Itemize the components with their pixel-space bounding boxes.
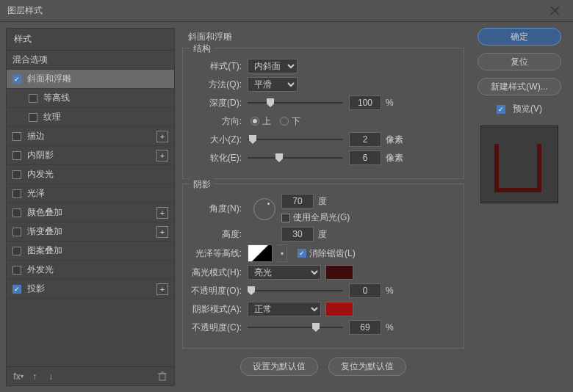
shadow-opacity-slider[interactable] — [248, 321, 343, 334]
structure-group: 结构 样式(T): 内斜面 方法(Q): 平滑 深度(D): % 方向: 上 下 — [182, 48, 464, 179]
arrow-down-icon[interactable]: ↓ — [45, 371, 57, 382]
reset-default-button[interactable]: 复位为默认值 — [328, 357, 406, 376]
style-label: 描边 — [27, 130, 156, 142]
altitude-input[interactable] — [281, 227, 314, 242]
size-slider[interactable] — [248, 133, 343, 146]
styles-footer: fx▾ ↑ ↓ — [7, 366, 174, 385]
direction-up-radio[interactable] — [251, 117, 259, 126]
style-row[interactable]: 外发光 — [7, 261, 174, 280]
shadow-mode-select[interactable]: 正常 — [248, 302, 321, 316]
style-checkbox[interactable] — [12, 170, 21, 179]
blend-options-row[interactable]: 混合选项 — [7, 51, 174, 70]
window-title: 图层样式 — [7, 4, 544, 17]
size-input[interactable] — [349, 132, 381, 147]
style-row[interactable]: 纹理 — [7, 108, 174, 127]
style-row[interactable]: 斜面和浮雕 — [7, 70, 174, 89]
highlight-color-swatch[interactable] — [325, 265, 353, 280]
style-checkbox[interactable] — [12, 208, 21, 217]
add-effect-icon[interactable]: + — [156, 226, 168, 238]
style-row[interactable]: 图案叠加 — [7, 242, 174, 261]
style-label: 纹理 — [43, 111, 168, 123]
style-checkbox[interactable] — [12, 266, 21, 275]
style-row[interactable]: 光泽 — [7, 184, 174, 203]
highlight-opacity-input[interactable] — [349, 283, 381, 298]
style-label: 外发光 — [27, 264, 168, 276]
gloss-contour-label: 光泽等高线: — [189, 247, 248, 260]
angle-input[interactable] — [281, 194, 314, 208]
style-row[interactable]: 等高线 — [7, 89, 174, 108]
preview-label: 预览(V) — [513, 103, 542, 115]
highlight-mode-label: 高光模式(H): — [189, 266, 248, 279]
highlight-mode-select[interactable]: 亮光 — [248, 265, 321, 280]
trash-icon[interactable] — [156, 371, 168, 382]
style-label: 渐变叠加 — [27, 225, 156, 238]
style-label: 投影 — [27, 283, 156, 295]
add-effect-icon[interactable]: + — [156, 207, 168, 219]
fx-icon[interactable]: fx▾ — [12, 371, 24, 382]
altitude-label: 高度: — [189, 228, 248, 241]
style-row[interactable]: 内阴影+ — [7, 146, 174, 165]
arrow-up-icon[interactable]: ↑ — [29, 371, 40, 382]
style-checkbox[interactable] — [12, 151, 21, 160]
direction-down-radio[interactable] — [280, 117, 289, 126]
new-style-button[interactable]: 新建样式(W)... — [478, 78, 561, 95]
style-checkbox[interactable] — [29, 94, 37, 103]
depth-input[interactable] — [349, 95, 381, 110]
style-select[interactable]: 内斜面 — [248, 59, 298, 73]
style-checkbox[interactable] — [29, 113, 37, 122]
close-icon — [551, 7, 559, 15]
depth-slider[interactable] — [248, 96, 343, 109]
ok-button[interactable]: 确定 — [478, 28, 561, 46]
style-row[interactable]: 投影+ — [7, 280, 174, 299]
style-row[interactable]: 颜色叠加+ — [7, 203, 174, 222]
shading-legend: 阴影 — [190, 178, 214, 191]
style-label: 光泽 — [27, 187, 168, 200]
style-row[interactable]: 渐变叠加+ — [7, 222, 174, 242]
make-default-button[interactable]: 设置为默认值 — [240, 357, 318, 376]
gloss-contour-swatch[interactable] — [248, 244, 273, 262]
add-effect-icon[interactable]: + — [156, 150, 168, 161]
highlight-opacity-label: 不透明度(O): — [189, 285, 248, 297]
add-effect-icon[interactable]: + — [156, 283, 168, 295]
highlight-opacity-slider[interactable] — [248, 284, 343, 297]
shadow-opacity-label: 不透明度(C): — [189, 322, 248, 334]
main: 样式 混合选项 斜面和浮雕等高线纹理描边+内阴影+内发光光泽颜色叠加+渐变叠加+… — [0, 22, 573, 392]
cancel-button[interactable]: 复位 — [478, 53, 561, 70]
right-panel: 确定 复位 新建样式(W)... 预览(V) — [472, 28, 567, 386]
soften-slider[interactable] — [248, 151, 343, 164]
style-checkbox[interactable] — [12, 75, 21, 84]
svg-rect-2 — [159, 374, 165, 380]
styles-list: 斜面和浮雕等高线纹理描边+内阴影+内发光光泽颜色叠加+渐变叠加+图案叠加外发光投… — [7, 70, 174, 366]
style-checkbox[interactable] — [12, 247, 21, 255]
style-label: 等高线 — [43, 92, 168, 104]
shading-group: 阴影 角度(N): 度 使用全局光(G) 高度: — [182, 184, 464, 349]
shadow-opacity-input[interactable] — [349, 320, 381, 335]
shadow-color-swatch[interactable] — [325, 302, 353, 316]
global-light-checkbox[interactable] — [281, 214, 290, 222]
close-button[interactable] — [544, 0, 566, 22]
style-checkbox[interactable] — [12, 285, 21, 294]
titlebar: 图层样式 — [0, 0, 573, 22]
style-label: 斜面和浮雕 — [27, 73, 168, 85]
settings-panel: 斜面和浮雕 结构 样式(T): 内斜面 方法(Q): 平滑 深度(D): % 方… — [175, 28, 472, 386]
style-label: 样式(T): — [189, 60, 248, 73]
soften-input[interactable] — [349, 150, 381, 165]
style-row[interactable]: 内发光 — [7, 165, 174, 184]
angle-dial[interactable] — [253, 198, 275, 220]
preview-thumbnail — [480, 126, 558, 203]
style-row[interactable]: 描边+ — [7, 127, 174, 146]
add-effect-icon[interactable]: + — [156, 131, 168, 142]
technique-select[interactable]: 平滑 — [248, 77, 298, 92]
depth-label: 深度(D): — [189, 97, 248, 109]
size-label: 大小(Z): — [189, 134, 248, 146]
gloss-contour-dropdown[interactable]: ▾ — [277, 244, 287, 262]
styles-panel: 样式 混合选项 斜面和浮雕等高线纹理描边+内阴影+内发光光泽颜色叠加+渐变叠加+… — [6, 28, 175, 386]
style-label: 颜色叠加 — [27, 206, 156, 219]
style-checkbox[interactable] — [12, 132, 21, 141]
style-checkbox[interactable] — [12, 189, 21, 198]
shadow-mode-label: 阴影模式(A): — [189, 303, 248, 316]
technique-label: 方法(Q): — [189, 79, 248, 91]
preview-checkbox[interactable] — [497, 105, 505, 114]
style-checkbox[interactable] — [12, 228, 21, 236]
antialias-checkbox[interactable] — [298, 249, 306, 258]
